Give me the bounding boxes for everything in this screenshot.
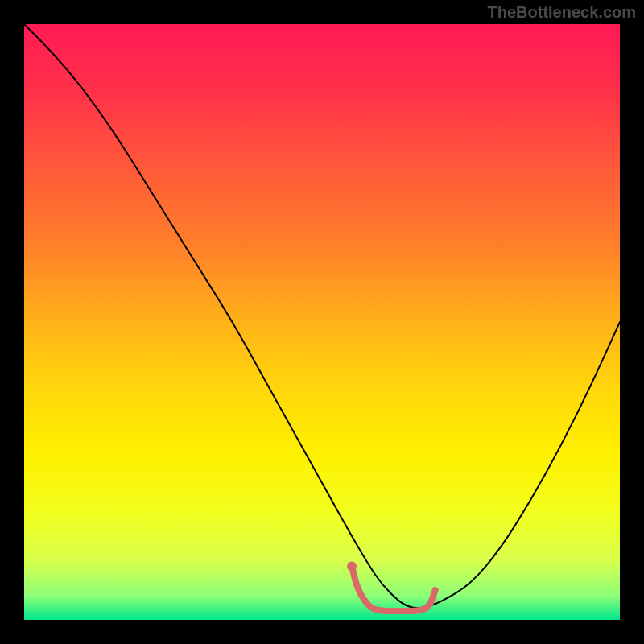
plot-area xyxy=(24,24,620,620)
optimal-marker-start-dot xyxy=(347,561,357,571)
gradient-background xyxy=(24,24,620,620)
plot-svg xyxy=(24,24,620,620)
watermark-text: TheBottleneck.com xyxy=(488,3,636,22)
chart-container: TheBottleneck.com xyxy=(0,0,644,644)
